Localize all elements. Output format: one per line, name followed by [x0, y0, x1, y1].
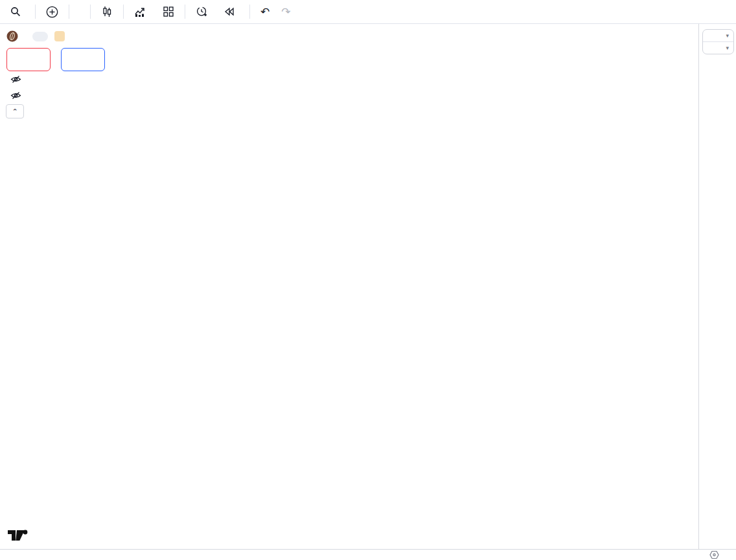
buy-button[interactable]: [61, 48, 105, 71]
interval-button[interactable]: [74, 2, 86, 21]
eye-hidden-icon[interactable]: [10, 91, 21, 100]
replay-button[interactable]: [218, 2, 245, 21]
indicators-button[interactable]: [128, 2, 157, 21]
axis-settings-icon[interactable]: [709, 550, 719, 560]
indicators-icon: [134, 6, 147, 17]
symbol-legend-row[interactable]: [6, 30, 104, 42]
daily-badge: [54, 31, 65, 41]
chart-canvas[interactable]: [0, 0, 736, 560]
currency-toggle[interactable]: ▾: [703, 30, 733, 41]
overlay-row-slowkama[interactable]: [5, 91, 21, 100]
undo-icon: ↶: [260, 5, 270, 19]
session-pill[interactable]: [32, 32, 48, 41]
tradingview-app: ↶ ↷: [0, 0, 736, 560]
replay-icon: [224, 6, 235, 17]
redo-button[interactable]: ↷: [275, 2, 296, 21]
time-axis[interactable]: [0, 549, 736, 560]
candlestick-icon: [101, 6, 113, 17]
chevron-down-icon: ▾: [726, 32, 729, 39]
compare-add-button[interactable]: [40, 2, 64, 21]
currency-unit-box: ▾ ▾: [702, 29, 734, 54]
unit-toggle[interactable]: ▾: [703, 41, 733, 54]
grid-templates-icon: [163, 6, 174, 17]
sell-button[interactable]: [6, 48, 51, 71]
top-toolbar: ↶ ↷: [0, 0, 736, 24]
alert-clock-icon: [196, 6, 208, 18]
tradingview-logo[interactable]: [8, 528, 30, 545]
trade-buttons-row: [6, 48, 105, 71]
cocoa-symbol-icon: [6, 30, 18, 42]
plus-circle-icon: [46, 6, 58, 18]
undo-button[interactable]: ↶: [255, 2, 275, 21]
price-axis[interactable]: ▾ ▾: [698, 24, 736, 549]
symbol-search-button[interactable]: [5, 2, 30, 21]
eye-hidden-icon[interactable]: [10, 74, 21, 84]
overlay-row-fastkama[interactable]: [5, 74, 21, 84]
alert-button[interactable]: [190, 2, 218, 21]
collapse-pane-button[interactable]: ⌃: [6, 104, 24, 118]
chart-style-button[interactable]: [95, 2, 119, 21]
chevron-down-icon: ▾: [726, 45, 729, 51]
indicator-templates-button[interactable]: [157, 2, 180, 21]
redo-icon: ↷: [281, 5, 290, 19]
search-icon: [10, 6, 21, 17]
